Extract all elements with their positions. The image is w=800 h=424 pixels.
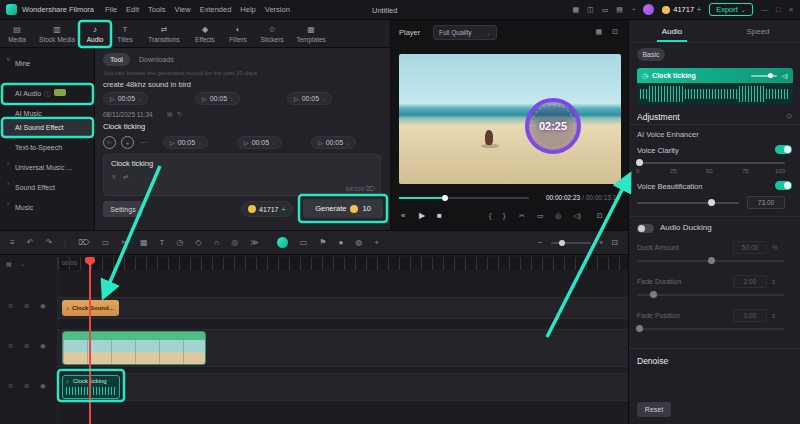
generated-audio-chip[interactable]: ▷00:05↓ [103, 92, 148, 105]
tab-tool[interactable]: Tool [103, 53, 130, 66]
magnet-icon[interactable]: ∩ [214, 238, 220, 247]
coin-balance[interactable]: 41717 + [662, 5, 701, 14]
play-record-button[interactable]: ▷ [103, 136, 116, 149]
zoom-out-icon[interactable]: − [538, 238, 543, 247]
eye-icon[interactable]: ◉ [40, 383, 46, 390]
trash-icon[interactable]: ⌦ [366, 186, 375, 193]
snapshot-icon[interactable]: ◎ [555, 212, 561, 219]
basic-chip[interactable]: Basic [637, 48, 665, 61]
clip-volume-slider[interactable] [751, 75, 777, 77]
grid-icon[interactable]: ▦ [6, 261, 12, 267]
stop-button-icon[interactable]: ■ [437, 212, 442, 220]
coin-cost-chip[interactable]: 41717 + [241, 201, 293, 217]
avatar[interactable] [643, 4, 654, 15]
mark-out-icon[interactable]: } [503, 212, 505, 219]
crop-icon[interactable]: ▭ [102, 238, 110, 247]
minimize-icon[interactable]: — [761, 6, 768, 13]
generate-button[interactable]: Generate 10 [303, 199, 383, 218]
split-icon[interactable]: ✂ [519, 212, 525, 219]
delete-icon[interactable]: ⌦ [78, 238, 89, 247]
panel-layout-icon[interactable]: ▭ [602, 6, 609, 13]
voiceover-mic-icon[interactable]: ◍ [355, 238, 362, 247]
lock-icon[interactable]: ⊙ [8, 343, 13, 350]
sidebar-item-text-to-speech[interactable]: Text-to-Speech [3, 140, 91, 156]
voice-beautification-value[interactable]: 73.00 [747, 196, 785, 209]
undo-icon[interactable]: ↶ [27, 238, 34, 247]
tab-templates[interactable]: ▦Templates [290, 20, 332, 47]
ai-assistant-icon[interactable] [277, 237, 288, 248]
marker-icon[interactable]: ⚑ [319, 238, 326, 247]
grid-icon[interactable]: ▦ [140, 238, 148, 247]
menu-view[interactable]: View [175, 5, 191, 14]
duck-amount-value[interactable]: 50.00 [733, 241, 767, 254]
quality-dropdown[interactable]: Full Quality ⌄ [433, 25, 497, 40]
refresh-icon[interactable]: ↻ [177, 111, 182, 117]
clear-icon[interactable]: ✕ [111, 174, 116, 181]
eye-icon[interactable]: ◉ [40, 343, 46, 350]
fade-position-value[interactable]: 0.00 [733, 309, 767, 322]
mask-icon[interactable]: ▭ [300, 238, 308, 247]
fit-timeline-icon[interactable]: ⊡ [611, 238, 618, 247]
play-button-icon[interactable]: ▶ [419, 212, 425, 220]
prompt-input[interactable]: Clock ticking ✕ ⇄ 54/100 ⌦ [103, 154, 381, 196]
add-coins-icon[interactable]: + [697, 6, 701, 13]
generated-audio-chip[interactable]: ▷00:05↓ [163, 136, 208, 149]
mute-icon[interactable]: ⊘ [24, 343, 29, 350]
redo-icon[interactable]: ↷ [45, 238, 52, 247]
generated-audio-chip[interactable]: ▷00:05↓ [311, 136, 356, 149]
tab-speed-properties[interactable]: Speed [715, 20, 800, 42]
timeline-zoom-slider[interactable] [551, 242, 591, 244]
tab-stickers[interactable]: ☺Stickers [254, 20, 290, 47]
tab-audio-properties[interactable]: Audio [629, 20, 715, 42]
menu-file[interactable]: File [105, 5, 117, 14]
lock-icon[interactable]: ⊙ [8, 303, 13, 310]
eye-icon[interactable]: ◉ [40, 303, 46, 310]
playhead-line[interactable] [89, 257, 91, 424]
timeline-ruler[interactable]: 00:00 [58, 257, 628, 270]
workspace-icon[interactable]: ▦ [572, 6, 579, 13]
fullscreen-icon[interactable]: ⊡ [612, 28, 618, 35]
seek-handle[interactable] [442, 195, 448, 201]
volume-icon[interactable]: ◁) [573, 212, 581, 219]
zoom-tool-icon[interactable]: ◎ [231, 238, 238, 247]
voice-beautification-slider[interactable] [637, 202, 739, 204]
export-button[interactable]: Export ⌄ [709, 3, 753, 16]
menu-extended[interactable]: Extended [200, 5, 232, 14]
tab-stock-media[interactable]: ▥Stock Media [34, 20, 80, 47]
more-tools-icon[interactable]: ≫ [250, 238, 258, 247]
timeline-clip-video[interactable] [62, 331, 206, 365]
menu-edit[interactable]: Edit [126, 5, 139, 14]
tab-effects[interactable]: ◆Effects [188, 20, 222, 47]
list-icon[interactable]: ▤ [167, 111, 173, 117]
generated-audio-chip[interactable]: ▷00:05↓ [195, 92, 240, 105]
mark-in-icon[interactable]: { [489, 212, 491, 219]
record-icon[interactable]: ● [338, 238, 343, 247]
voice-beautification-toggle[interactable] [775, 181, 792, 190]
fade-position-slider[interactable] [637, 328, 785, 330]
sidebar-item-ai-sound-effect[interactable]: AI Sound Effect [3, 120, 91, 136]
sidebar-item-ai-audio[interactable]: AI Audioⓘ [3, 86, 91, 102]
sidebar-item-sound-effect[interactable]: ›Sound Effect [3, 180, 91, 196]
tab-titles[interactable]: TTitles [110, 20, 140, 47]
chevron-down-icon[interactable]: ⌄ [20, 261, 25, 267]
add-record-button[interactable]: + [121, 136, 134, 149]
tab-media[interactable]: ▤Media [0, 20, 34, 47]
sidebar-item-universal-music[interactable]: ›Universal Music ... [3, 160, 91, 176]
tab-audio[interactable]: ♪Audio [80, 20, 110, 47]
tab-transitions[interactable]: ⇄Transitions [140, 20, 188, 47]
audio-clip-card[interactable]: ◷ Clock ticking ◁) [637, 68, 793, 105]
sidebar-item-mine[interactable]: ∨Mine [3, 56, 91, 72]
zoom-in-icon[interactable]: + [599, 238, 604, 247]
menu-version[interactable]: Version [265, 5, 290, 14]
split-icon[interactable]: ✂ [121, 238, 128, 247]
text-tool-icon[interactable]: T [160, 238, 165, 247]
seek-bar[interactable] [399, 197, 529, 199]
mute-icon[interactable]: ⊘ [24, 383, 29, 390]
more-icon[interactable]: ⋯ [140, 139, 147, 146]
voice-clarity-toggle[interactable] [775, 145, 792, 154]
sidebar-item-music[interactable]: ›Music [3, 200, 91, 216]
grid-view-icon[interactable]: ▦ [595, 28, 602, 35]
notification-bell-icon[interactable]: ◔ [631, 6, 635, 13]
tab-downloads[interactable]: Downloads [139, 56, 174, 63]
crop-icon[interactable]: ▭ [537, 212, 544, 219]
